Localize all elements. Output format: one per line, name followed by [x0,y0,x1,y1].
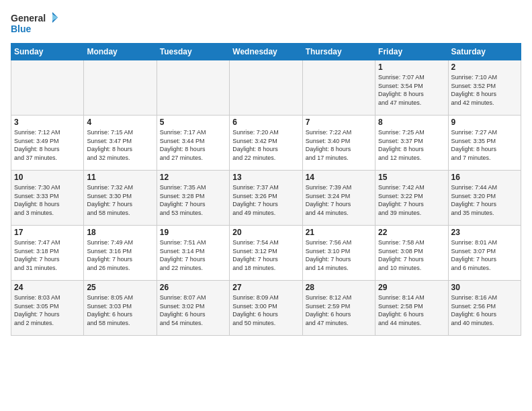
weekday-header: Tuesday [157,44,229,60]
cell-info: Sunrise: 8:01 AM Sunset: 3:07 PM Dayligh… [451,238,518,272]
calendar-cell: 25Sunrise: 8:05 AM Sunset: 3:03 PM Dayli… [84,281,157,336]
logo-svg: General Blue [11,11,58,38]
cell-info: Sunrise: 7:20 AM Sunset: 3:42 PM Dayligh… [232,128,299,162]
calendar-cell: 3Sunrise: 7:12 AM Sunset: 3:49 PM Daylig… [11,116,84,171]
cell-info: Sunrise: 8:09 AM Sunset: 3:00 PM Dayligh… [232,293,299,327]
calendar-table: SundayMondayTuesdayWednesdayThursdayFrid… [11,43,521,336]
cell-info: Sunrise: 7:30 AM Sunset: 3:33 PM Dayligh… [14,183,81,217]
weekday-header: Monday [84,44,157,60]
cell-info: Sunrise: 7:12 AM Sunset: 3:49 PM Dayligh… [14,128,81,162]
calendar-cell: 26Sunrise: 8:07 AM Sunset: 3:02 PM Dayli… [157,281,229,336]
main-container: General Blue SundayMondayTuesdayWednesda… [0,0,532,341]
cell-info: Sunrise: 7:25 AM Sunset: 3:37 PM Dayligh… [378,128,445,162]
day-number: 24 [14,283,81,292]
calendar-cell [84,60,157,116]
day-number: 29 [378,283,445,292]
cell-info: Sunrise: 7:49 AM Sunset: 3:16 PM Dayligh… [87,238,153,272]
calendar-cell: 28Sunrise: 8:12 AM Sunset: 2:59 PM Dayli… [302,281,375,336]
day-number: 7 [306,118,372,127]
cell-info: Sunrise: 7:44 AM Sunset: 3:20 PM Dayligh… [451,183,518,217]
calendar-cell: 5Sunrise: 7:17 AM Sunset: 3:44 PM Daylig… [157,116,229,171]
day-number: 22 [378,228,445,237]
calendar-cell: 13Sunrise: 7:37 AM Sunset: 3:26 PM Dayli… [230,171,302,226]
cell-info: Sunrise: 8:03 AM Sunset: 3:05 PM Dayligh… [14,293,81,327]
cell-info: Sunrise: 7:17 AM Sunset: 3:44 PM Dayligh… [160,128,226,162]
day-number: 1 [378,62,445,72]
calendar-cell: 18Sunrise: 7:49 AM Sunset: 3:16 PM Dayli… [84,226,157,281]
weekday-header: Sunday [11,44,84,60]
cell-info: Sunrise: 7:32 AM Sunset: 3:30 PM Dayligh… [87,183,153,217]
cell-info: Sunrise: 7:58 AM Sunset: 3:08 PM Dayligh… [378,238,445,272]
calendar-cell: 29Sunrise: 8:14 AM Sunset: 2:58 PM Dayli… [375,281,448,336]
weekday-header: Friday [375,44,448,60]
calendar-cell: 27Sunrise: 8:09 AM Sunset: 3:00 PM Dayli… [230,281,302,336]
calendar-week-row: 10Sunrise: 7:30 AM Sunset: 3:33 PM Dayli… [11,171,521,226]
cell-info: Sunrise: 7:07 AM Sunset: 3:54 PM Dayligh… [378,73,445,107]
calendar-cell: 8Sunrise: 7:25 AM Sunset: 3:37 PM Daylig… [375,116,448,171]
logo: General Blue [11,11,58,38]
day-number: 9 [451,118,518,127]
cell-info: Sunrise: 7:22 AM Sunset: 3:40 PM Dayligh… [306,128,372,162]
calendar-cell: 9Sunrise: 7:27 AM Sunset: 3:35 PM Daylig… [448,116,521,171]
calendar-cell: 4Sunrise: 7:15 AM Sunset: 3:47 PM Daylig… [84,116,157,171]
calendar-week-row: 24Sunrise: 8:03 AM Sunset: 3:05 PM Dayli… [11,281,521,336]
weekday-header: Wednesday [230,44,302,60]
cell-info: Sunrise: 8:05 AM Sunset: 3:03 PM Dayligh… [87,293,153,327]
day-number: 2 [451,62,518,72]
cell-info: Sunrise: 8:16 AM Sunset: 2:56 PM Dayligh… [451,293,518,327]
calendar-week-row: 1Sunrise: 7:07 AM Sunset: 3:54 PM Daylig… [11,60,521,116]
cell-info: Sunrise: 7:35 AM Sunset: 3:28 PM Dayligh… [160,183,226,217]
cell-info: Sunrise: 8:07 AM Sunset: 3:02 PM Dayligh… [160,293,226,327]
calendar-cell [230,60,302,116]
calendar-cell [302,60,375,116]
cell-info: Sunrise: 7:56 AM Sunset: 3:10 PM Dayligh… [306,238,372,272]
day-number: 17 [14,228,81,237]
cell-info: Sunrise: 8:12 AM Sunset: 2:59 PM Dayligh… [306,293,372,327]
cell-info: Sunrise: 7:27 AM Sunset: 3:35 PM Dayligh… [451,128,518,162]
cell-info: Sunrise: 7:42 AM Sunset: 3:22 PM Dayligh… [378,183,445,217]
cell-info: Sunrise: 7:39 AM Sunset: 3:24 PM Dayligh… [306,183,372,217]
cell-info: Sunrise: 7:47 AM Sunset: 3:18 PM Dayligh… [14,238,81,272]
weekday-header-row: SundayMondayTuesdayWednesdayThursdayFrid… [11,44,521,60]
day-number: 6 [232,118,299,127]
day-number: 27 [232,283,299,292]
calendar-cell: 17Sunrise: 7:47 AM Sunset: 3:18 PM Dayli… [11,226,84,281]
day-number: 20 [232,228,299,237]
calendar-cell: 2Sunrise: 7:10 AM Sunset: 3:52 PM Daylig… [448,60,521,116]
day-number: 8 [378,118,445,127]
day-number: 4 [87,118,153,127]
day-number: 15 [378,173,445,182]
calendar-cell: 10Sunrise: 7:30 AM Sunset: 3:33 PM Dayli… [11,171,84,226]
day-number: 28 [306,283,372,292]
calendar-week-row: 3Sunrise: 7:12 AM Sunset: 3:49 PM Daylig… [11,116,521,171]
calendar-cell: 12Sunrise: 7:35 AM Sunset: 3:28 PM Dayli… [157,171,229,226]
day-number: 26 [160,283,226,292]
calendar-cell [157,60,229,116]
calendar-cell: 16Sunrise: 7:44 AM Sunset: 3:20 PM Dayli… [448,171,521,226]
cell-info: Sunrise: 7:10 AM Sunset: 3:52 PM Dayligh… [451,73,518,107]
calendar-week-row: 17Sunrise: 7:47 AM Sunset: 3:18 PM Dayli… [11,226,521,281]
weekday-header: Thursday [302,44,375,60]
day-number: 5 [160,118,226,127]
calendar-cell: 14Sunrise: 7:39 AM Sunset: 3:24 PM Dayli… [302,171,375,226]
day-number: 11 [87,173,153,182]
header: General Blue [11,8,521,38]
day-number: 30 [451,283,518,292]
calendar-cell: 22Sunrise: 7:58 AM Sunset: 3:08 PM Dayli… [375,226,448,281]
calendar-cell: 1Sunrise: 7:07 AM Sunset: 3:54 PM Daylig… [375,60,448,116]
svg-text:Blue: Blue [11,24,32,34]
calendar-cell: 11Sunrise: 7:32 AM Sunset: 3:30 PM Dayli… [84,171,157,226]
day-number: 13 [232,173,299,182]
cell-info: Sunrise: 7:15 AM Sunset: 3:47 PM Dayligh… [87,128,153,162]
day-number: 25 [87,283,153,292]
cell-info: Sunrise: 7:54 AM Sunset: 3:12 PM Dayligh… [232,238,299,272]
day-number: 10 [14,173,81,182]
day-number: 16 [451,173,518,182]
calendar-cell: 7Sunrise: 7:22 AM Sunset: 3:40 PM Daylig… [302,116,375,171]
day-number: 3 [14,118,81,127]
calendar-cell: 6Sunrise: 7:20 AM Sunset: 3:42 PM Daylig… [230,116,302,171]
calendar-cell: 21Sunrise: 7:56 AM Sunset: 3:10 PM Dayli… [302,226,375,281]
calendar-cell: 20Sunrise: 7:54 AM Sunset: 3:12 PM Dayli… [230,226,302,281]
day-number: 12 [160,173,226,182]
svg-text:General: General [11,13,46,24]
